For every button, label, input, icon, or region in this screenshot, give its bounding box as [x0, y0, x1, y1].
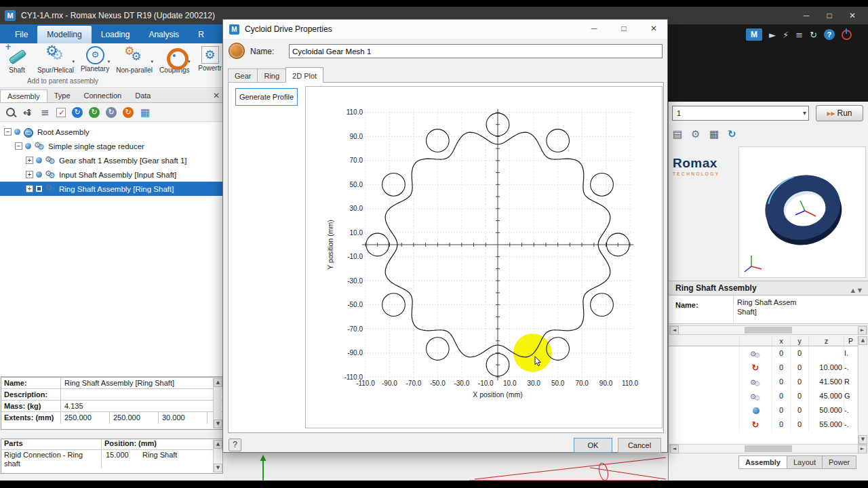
- panel-close-icon[interactable]: ✕: [213, 91, 220, 100]
- scrollbar-thumb[interactable]: [745, 327, 792, 333]
- panel-tab-connection[interactable]: Connection: [77, 89, 129, 102]
- column-header-x[interactable]: x: [772, 336, 791, 346]
- scroll-right-icon[interactable]: [858, 326, 867, 335]
- ok-button[interactable]: OK: [574, 438, 612, 453]
- tree-item-gear-shaft-1-assembly-gear-shaft-1-[interactable]: +Gear shaft 1 Assembly [Gear shaft 1]: [0, 153, 224, 167]
- scrollbar-thumb[interactable]: [745, 445, 792, 452]
- view-tab-power[interactable]: Power: [823, 455, 856, 469]
- scroll-up-icon[interactable]: [859, 336, 867, 345]
- scrollbar-vertical[interactable]: [858, 336, 868, 444]
- dialog-close-button[interactable]: ✕: [644, 21, 663, 36]
- maximize-button[interactable]: □: [818, 7, 841, 24]
- tree-item-input-shaft-assembly-input-shaft-[interactable]: +Input Shaft Assembly [Input Shaft]: [0, 167, 224, 182]
- ribbon-tab-loading[interactable]: Loading: [92, 26, 140, 43]
- collapse-icon[interactable]: −: [15, 142, 22, 150]
- column-header-z[interactable]: z: [809, 336, 844, 346]
- dialog-maximize-button[interactable]: □: [614, 21, 633, 36]
- orbit-green-icon[interactable]: [89, 107, 100, 118]
- dialog-tab-2d-plot[interactable]: 2D Plot: [285, 67, 323, 83]
- window-icon[interactable]: [672, 129, 684, 141]
- ribbon-button-shaft[interactable]: Shaft: [1, 44, 33, 74]
- scrollbar-horizontal[interactable]: [669, 444, 867, 453]
- table-row[interactable]: 0045.000G: [669, 389, 858, 403]
- scroll-up-icon[interactable]: [214, 440, 222, 449]
- scroll-left-icon[interactable]: [670, 326, 679, 335]
- list-icon[interactable]: ≡: [795, 30, 803, 40]
- list-icon[interactable]: [39, 107, 50, 118]
- generate-profile-button[interactable]: Generate Profile: [235, 88, 298, 106]
- pointer-icon[interactable]: ►: [769, 30, 776, 40]
- minimize-button[interactable]: ─: [795, 7, 818, 24]
- ribbon-button-couplings[interactable]: ▾Couplings: [157, 44, 191, 74]
- refresh-icon[interactable]: ↻: [810, 30, 817, 40]
- ribbon-tab-analysis[interactable]: Analysis: [139, 26, 189, 43]
- romax-logo-icon[interactable]: M: [746, 28, 762, 41]
- power-icon[interactable]: [842, 30, 852, 40]
- tree-item-root-assembly[interactable]: −Root Assembly: [0, 125, 224, 139]
- parts-row[interactable]: Rigid Connection - Ring shaft 15.000 Rin…: [1, 450, 222, 468]
- view-tab-assembly[interactable]: Assembly: [738, 455, 787, 469]
- table-icon[interactable]: [140, 107, 151, 118]
- name-value[interactable]: Ring Shaft AssemShaft]: [737, 298, 796, 317]
- column-header-y[interactable]: y: [791, 336, 809, 346]
- scroll-down-icon[interactable]: [214, 464, 222, 472]
- expand-icon[interactable]: +: [26, 171, 33, 178]
- orbit-orange-icon[interactable]: [123, 107, 134, 118]
- table-row[interactable]: 0050.000-.: [669, 403, 858, 418]
- ribbon-button-spur-helical[interactable]: ▾Spur/Helical: [35, 44, 76, 74]
- run-button[interactable]: ▸▸Run: [816, 105, 863, 121]
- panel-tab-data[interactable]: Data: [128, 89, 157, 102]
- expand-icon[interactable]: +: [26, 157, 33, 164]
- lightning-icon[interactable]: ⚡: [783, 30, 789, 40]
- grid-icon[interactable]: [709, 129, 721, 141]
- help-button[interactable]: ?: [229, 439, 241, 451]
- table-row[interactable]: 0041.500R: [669, 375, 858, 389]
- tree-item-ring-shaft-assembly-ring-shaft-[interactable]: +Ring Shaft Assembly [Ring Shaft]: [0, 182, 224, 196]
- ribbon-button-non-parallel[interactable]: ▾Non-parallel: [114, 44, 155, 74]
- ribbon-button-planetary[interactable]: ▾Planetary: [79, 44, 111, 74]
- 3d-viewport[interactable]: [738, 146, 866, 278]
- ribbon-tab-modelling[interactable]: Modelling: [37, 26, 91, 43]
- orbit-gray-icon[interactable]: [106, 107, 117, 118]
- cancel-button[interactable]: Cancel: [618, 438, 661, 453]
- dropdown-caret-icon[interactable]: ▾: [72, 59, 75, 64]
- dropdown-caret-icon[interactable]: ▾: [151, 59, 154, 64]
- gear-icon[interactable]: [690, 129, 703, 141]
- dropdown-caret-icon[interactable]: ▾: [188, 59, 191, 64]
- cycloid-2d-plot[interactable]: -110.0-90.0-70.0-50.0-30.0-10.010.030.05…: [305, 86, 663, 428]
- panel-tab-assembly[interactable]: Assembly: [0, 89, 47, 102]
- ribbon-tab-file[interactable]: File: [5, 26, 37, 43]
- panel-tab-type[interactable]: Type: [47, 89, 77, 102]
- scroll-down-icon[interactable]: [859, 435, 867, 444]
- ribbon-button-powertr[interactable]: Powertr: [195, 44, 226, 74]
- orbit-blue-icon[interactable]: [72, 107, 83, 118]
- help-icon[interactable]: ?: [824, 29, 835, 40]
- collapse-icon[interactable]: −: [4, 128, 12, 136]
- view-tab-layout[interactable]: Layout: [787, 455, 823, 469]
- scroll-left-icon[interactable]: [670, 445, 679, 453]
- refresh-icon[interactable]: [727, 129, 739, 141]
- scrollbar-horizontal[interactable]: [669, 325, 867, 335]
- ribbon-tab-r[interactable]: R: [189, 26, 214, 43]
- table-row[interactable]: 00I.: [669, 346, 858, 361]
- close-button[interactable]: ✕: [841, 7, 864, 24]
- search-icon[interactable]: [5, 107, 16, 118]
- scrollbar-vertical[interactable]: [213, 378, 222, 428]
- dropdown-caret-icon[interactable]: ▾: [108, 59, 111, 64]
- table-row[interactable]: 0010.000-.: [669, 361, 858, 375]
- dialog-minimize-button[interactable]: ─: [585, 21, 604, 36]
- scroll-right-icon[interactable]: [858, 445, 867, 453]
- run-case-combobox[interactable]: 1: [672, 106, 809, 121]
- expand-icon[interactable]: +: [26, 185, 33, 192]
- dialog-tab-gear[interactable]: Gear: [228, 68, 257, 83]
- scrollbar-vertical[interactable]: [213, 440, 222, 472]
- move-icon[interactable]: [22, 107, 33, 118]
- table-row[interactable]: 0055.000-.: [669, 418, 858, 432]
- name-input[interactable]: [289, 44, 663, 58]
- checkmark-icon[interactable]: [56, 108, 66, 117]
- scroll-down-icon[interactable]: [214, 420, 222, 428]
- dialog-tab-ring[interactable]: Ring: [257, 68, 285, 83]
- scroll-up-icon[interactable]: [214, 378, 222, 387]
- assembly-header[interactable]: Ring Shaft Assembly▲▼: [669, 281, 868, 296]
- tree-item-simple-single-stage-reducer[interactable]: −Simple single stage reducer: [0, 139, 224, 153]
